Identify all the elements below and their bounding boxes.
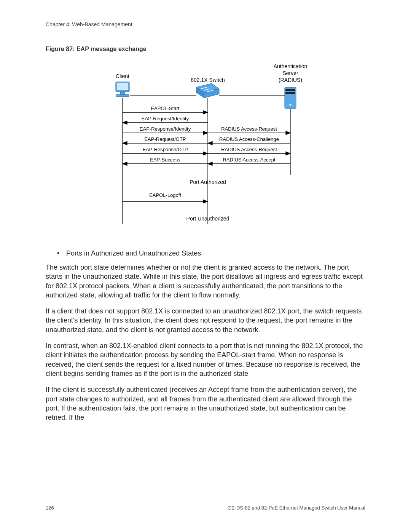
chapter-header: Chapter 4: Web-Based Management bbox=[46, 21, 365, 27]
left-message-label: EAP-Request/OTP bbox=[144, 136, 186, 142]
bullet-dot: • bbox=[57, 249, 66, 257]
document-page: Chapter 4: Web-Based Management Figure 8… bbox=[0, 0, 411, 532]
eapol-logoff-label: EAPOL-Logoff bbox=[149, 192, 181, 198]
left-message-label: EAPOL-Start bbox=[151, 105, 180, 111]
server-icon bbox=[285, 87, 296, 109]
right-message-label: RADIUS Access-Request bbox=[221, 147, 277, 152]
right-message-label: RADIUS Access-Accept bbox=[223, 157, 276, 163]
switch-icon bbox=[196, 83, 219, 98]
manual-title: GE-DS-82 and 82-PoE Ethernet Managed Swi… bbox=[228, 505, 365, 511]
server-label-1: Authentication bbox=[274, 63, 307, 69]
server-label-3: (RADIUS) bbox=[279, 77, 302, 83]
svg-rect-1 bbox=[117, 83, 128, 90]
figure-caption: Figure 87: EAP message exchange bbox=[46, 46, 365, 53]
left-message-label: EAP-Request/Identity bbox=[142, 116, 189, 121]
page-footer: 126 GE-DS-82 and 82-PoE Ethernet Managed… bbox=[46, 505, 365, 511]
server-label-2: Server bbox=[282, 70, 298, 76]
paragraph-2: If a client that does not support 802.1X… bbox=[46, 307, 365, 334]
right-message-label: RADIUS Access-Challenge bbox=[219, 136, 279, 142]
left-message-label: EAP-Response/Identity bbox=[140, 126, 191, 132]
svg-rect-2 bbox=[120, 92, 125, 94]
client-icon bbox=[116, 82, 129, 97]
svg-point-13 bbox=[289, 104, 292, 106]
left-message-label: EAP-Response/OTP bbox=[142, 147, 188, 152]
svg-rect-11 bbox=[285, 89, 295, 91]
port-unauthorized-label: Port Unauthorized bbox=[186, 216, 229, 222]
svg-rect-12 bbox=[285, 92, 295, 94]
paragraph-4: If the client is successfully authentica… bbox=[46, 385, 365, 422]
paragraph-3: In contrast, when an 802.1X-enabled clie… bbox=[46, 341, 365, 378]
port-authorized-label: Port Authorized bbox=[190, 179, 226, 185]
left-message-label: EAP-Success bbox=[150, 157, 180, 163]
eap-sequence-diagram: Client 802.1X Switch Authentication Serv… bbox=[99, 61, 312, 228]
right-message-label: RADIUS Access-Request bbox=[221, 126, 277, 132]
switch-label: 802.1X Switch bbox=[191, 77, 225, 83]
bullet-text: Ports in Authorized and Unauthorized Sta… bbox=[66, 249, 201, 257]
diagram-container: Client 802.1X Switch Authentication Serv… bbox=[46, 61, 365, 228]
svg-rect-3 bbox=[116, 94, 129, 97]
page-number: 126 bbox=[46, 505, 54, 511]
client-label: Client bbox=[116, 73, 129, 79]
paragraph-1: The switch port state determines whether… bbox=[46, 263, 365, 300]
figure-divider bbox=[46, 55, 365, 55]
bullet-item: •Ports in Authorized and Unauthorized St… bbox=[57, 249, 365, 257]
